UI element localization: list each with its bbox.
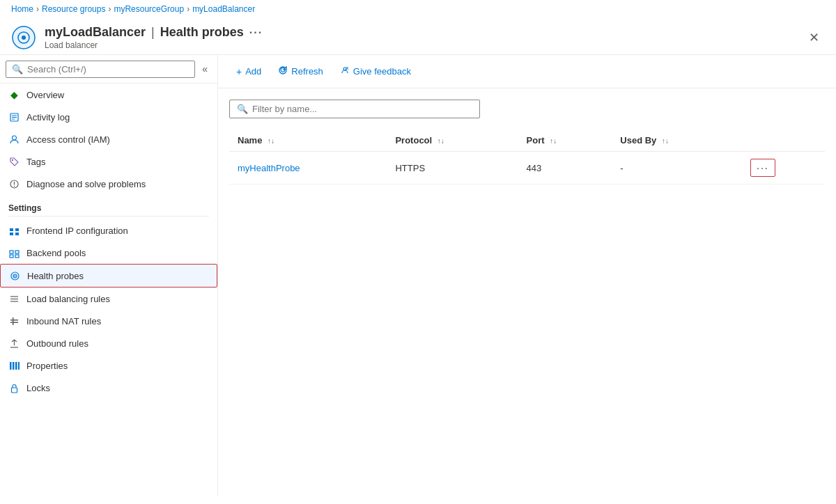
cell-protocol: HTTPS: [387, 152, 518, 184]
header-left: myLoadBalancer | Health probes ··· Load …: [11, 25, 263, 50]
resource-name: myLoadBalancer: [45, 25, 146, 40]
used-by-value: -: [620, 163, 623, 173]
name-sort-icon[interactable]: ↑↓: [268, 137, 274, 145]
sidebar-item-inbound-nat[interactable]: Inbound NAT rules: [0, 310, 217, 332]
sidebar-item-outbound-rules[interactable]: Outbound rules: [0, 332, 217, 354]
breadcrumb: Home › Resource groups › myResourceGroup…: [0, 0, 836, 18]
sidebar-label-lb-rules: Load balancing rules: [26, 294, 110, 304]
main-content: 🔍 Name ↑↓ Protocol ↑↓: [218, 88, 836, 496]
svg-rect-18: [10, 255, 13, 258]
properties-icon: [8, 360, 20, 371]
header-title-block: myLoadBalancer | Health probes ··· Load …: [45, 25, 263, 50]
sidebar-label-frontend-ip: Frontend IP configuration: [26, 226, 128, 236]
sidebar-item-locks[interactable]: Locks: [0, 377, 217, 399]
main-layout: 🔍 « ◆ Overview Activity log Access: [0, 55, 836, 496]
sidebar-search-box[interactable]: 🔍: [6, 61, 195, 78]
svg-rect-26: [10, 320, 18, 321]
breadcrumb-sep-2: ›: [108, 4, 111, 14]
feedback-button[interactable]: Give feedback: [333, 62, 418, 81]
protocol-sort-icon[interactable]: ↑↓: [438, 137, 444, 145]
filter-bar: 🔍: [229, 100, 825, 118]
frontend-ip-icon: [8, 225, 20, 236]
filter-input[interactable]: [252, 104, 472, 114]
svg-point-8: [11, 159, 13, 160]
svg-rect-19: [15, 255, 19, 258]
cell-used-by: -: [612, 152, 742, 184]
refresh-label: Refresh: [291, 66, 323, 77]
cell-row-actions: ···: [742, 152, 825, 184]
backend-pools-icon: [8, 247, 20, 258]
col-protocol: Protocol ↑↓: [387, 129, 518, 152]
sidebar-item-properties[interactable]: Properties: [0, 354, 217, 377]
table-header-row: Name ↑↓ Protocol ↑↓ Port ↑↓ Used By: [229, 129, 825, 152]
sidebar-item-lb-rules[interactable]: Load balancing rules: [0, 288, 217, 310]
sidebar-item-health-probes[interactable]: Health probes: [0, 264, 217, 288]
sidebar-nav: ◆ Overview Activity log Access control (…: [0, 84, 217, 496]
search-input[interactable]: [27, 64, 189, 74]
page-title: myLoadBalancer | Health probes ···: [45, 25, 263, 40]
sidebar-item-diagnose[interactable]: Diagnose and solve problems: [0, 173, 217, 195]
health-probe-link[interactable]: myHealthProbe: [238, 163, 300, 173]
sidebar-label-backend-pools: Backend pools: [26, 248, 86, 258]
filter-search-icon: 🔍: [237, 104, 248, 114]
port-value: 443: [527, 163, 542, 173]
svg-rect-28: [13, 317, 14, 325]
svg-rect-15: [15, 233, 19, 235]
cell-port: 443: [518, 152, 612, 184]
svg-point-22: [14, 275, 15, 276]
sidebar-item-backend-pools[interactable]: Backend pools: [0, 242, 217, 264]
close-button[interactable]: ✕: [803, 27, 825, 48]
svg-point-11: [13, 185, 15, 187]
overview-icon: ◆: [8, 89, 20, 100]
svg-rect-14: [10, 233, 13, 235]
port-sort-icon[interactable]: ↑↓: [550, 137, 557, 145]
add-button[interactable]: + Add: [229, 63, 268, 81]
settings-section-label: Settings: [0, 195, 217, 216]
sidebar-label-overview: Overview: [26, 90, 64, 100]
iam-icon: [8, 134, 20, 145]
svg-point-2: [22, 36, 26, 40]
used-by-sort-icon[interactable]: ↑↓: [662, 137, 669, 145]
sidebar-collapse-button[interactable]: «: [198, 59, 212, 79]
svg-rect-12: [10, 228, 13, 231]
breadcrumb-resource-groups[interactable]: Resource groups: [42, 4, 105, 14]
breadcrumb-sep-1: ›: [36, 4, 39, 14]
sidebar-item-overview[interactable]: ◆ Overview: [0, 84, 217, 106]
svg-rect-35: [11, 388, 17, 393]
load-balancer-icon: [11, 25, 36, 50]
col-actions: [742, 129, 825, 152]
header-ellipsis-btn[interactable]: ···: [249, 26, 263, 39]
refresh-button[interactable]: Refresh: [271, 62, 330, 81]
breadcrumb-my-lb: myLoadBalancer: [192, 4, 255, 14]
breadcrumb-sep-3: ›: [187, 4, 189, 14]
svg-rect-16: [10, 251, 13, 253]
sidebar-item-activity-log[interactable]: Activity log: [0, 106, 217, 128]
svg-rect-32: [13, 362, 15, 370]
sidebar-label-diagnose: Diagnose and solve problems: [26, 179, 146, 189]
feedback-label: Give feedback: [353, 66, 411, 77]
sidebar-label-properties: Properties: [26, 361, 68, 371]
add-label: Add: [245, 66, 261, 77]
sidebar-label-activity-log: Activity log: [26, 112, 70, 123]
feedback-icon: [340, 65, 350, 77]
title-separator: |: [151, 25, 155, 40]
sidebar-label-outbound-rules: Outbound rules: [26, 338, 88, 349]
filter-input-box[interactable]: 🔍: [229, 100, 480, 118]
page-header: myLoadBalancer | Health probes ··· Load …: [0, 18, 836, 55]
svg-point-7: [12, 136, 16, 140]
main-toolbar: + Add Refresh Give feedback: [218, 55, 836, 88]
sidebar-label-iam: Access control (IAM): [26, 134, 110, 145]
sidebar-item-tags[interactable]: Tags: [0, 150, 217, 173]
breadcrumb-home[interactable]: Home: [11, 4, 33, 14]
breadcrumb-my-resource-group[interactable]: myResourceGroup: [114, 4, 184, 14]
col-name: Name ↑↓: [229, 129, 387, 152]
sidebar-label-tags: Tags: [26, 157, 45, 167]
inbound-nat-icon: [8, 315, 20, 326]
svg-rect-13: [15, 228, 19, 231]
sidebar-item-frontend-ip[interactable]: Frontend IP configuration: [0, 219, 217, 242]
svg-rect-31: [10, 362, 12, 370]
add-icon: +: [236, 66, 242, 77]
sidebar-item-iam[interactable]: Access control (IAM): [0, 128, 217, 150]
sidebar-label-locks: Locks: [26, 383, 50, 393]
row-more-actions-button[interactable]: ···: [750, 159, 775, 177]
